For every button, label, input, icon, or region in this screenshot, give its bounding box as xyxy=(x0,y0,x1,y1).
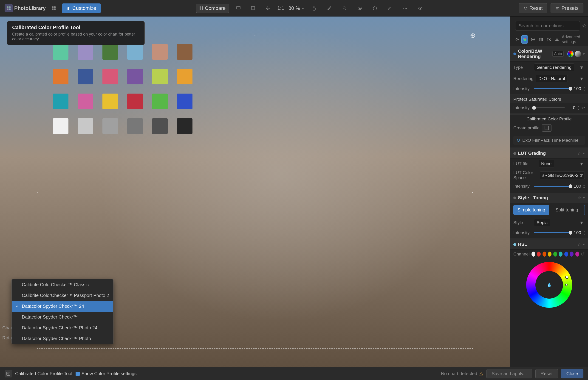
lut-section-header[interactable]: LUT Grading ☆ ▾ xyxy=(510,148,588,158)
meta-icon-btn[interactable] xyxy=(554,35,560,44)
protect-slider[interactable] xyxy=(534,107,565,108)
protect-reset-btn[interactable]: ↩ xyxy=(581,105,585,110)
handle-mid-left[interactable]: · xyxy=(33,188,41,196)
svg-point-13 xyxy=(343,7,345,9)
channel-yellow[interactable] xyxy=(548,252,552,257)
intensity-thumb-1[interactable] xyxy=(569,87,572,91)
settings-checkbox[interactable] xyxy=(76,372,80,376)
svg-rect-1 xyxy=(9,6,11,8)
polygon-tool[interactable] xyxy=(369,5,380,12)
dropdown-item-3[interactable]: Datacolor Spyder Checkr™ xyxy=(12,312,113,323)
toning-intensity-thumb[interactable] xyxy=(569,231,572,235)
lut-intensity-thumb[interactable] xyxy=(569,184,572,188)
intensity-slider-1[interactable] xyxy=(534,88,570,89)
hsl-section-header[interactable]: HSL ☆ ▾ xyxy=(510,239,588,249)
detail-icon-btn[interactable] xyxy=(529,35,536,44)
photo-library-btn[interactable] xyxy=(47,4,61,12)
chart-type-dropdown[interactable]: Calibrite ColorChecker™ Classic Calibrit… xyxy=(11,279,113,344)
bottom-close-btn[interactable]: Close xyxy=(561,369,583,378)
protect-stepper[interactable]: ▴▾ xyxy=(578,105,579,111)
svg-rect-7 xyxy=(54,8,56,10)
lut-intensity-slider[interactable] xyxy=(534,186,570,187)
rendering-select[interactable]: DxO - Natural xyxy=(536,75,568,82)
dropdown-item-5[interactable]: Datacolor Spyder Checkr™ Photo xyxy=(12,333,113,344)
type-select[interactable]: Generic rendering xyxy=(534,63,574,71)
toning-intensity-slider[interactable] xyxy=(534,232,570,233)
crop-tool[interactable] xyxy=(233,5,244,12)
advanced-settings-link[interactable]: Advanced settings xyxy=(562,35,585,44)
channel-blue[interactable] xyxy=(564,252,568,257)
compare-btn[interactable]: Compare xyxy=(196,4,229,13)
show-settings-toggle[interactable]: Show Color Profile settings xyxy=(76,371,137,376)
paint-tool[interactable] xyxy=(384,5,396,12)
swatch-4-2 xyxy=(78,118,93,134)
handle-bottom-mid[interactable]: · xyxy=(251,344,259,352)
light-icon-btn[interactable] xyxy=(513,35,520,44)
dropdown-item-2[interactable]: ✓ Datacolor Spyder Checkr™ 24 xyxy=(12,301,113,312)
channel-orange[interactable] xyxy=(543,252,546,257)
clone-tool[interactable] xyxy=(339,5,350,12)
toning-style-select[interactable]: Sepia xyxy=(534,219,550,226)
handle-top-mid[interactable]: · xyxy=(251,31,259,39)
toning-intensity-value: 100 xyxy=(573,230,581,235)
save-and-apply-btn[interactable]: Save and apply... xyxy=(486,369,532,378)
handle-bottom-right[interactable]: · xyxy=(469,344,477,352)
filmpack-row[interactable]: ↺ DxO FilmPack Time Machine xyxy=(513,136,585,145)
swatch-2-1 xyxy=(53,69,68,84)
dropdown-item-1[interactable]: Calibrite ColorChecker™ Passport Photo 2 xyxy=(12,290,113,301)
channel-red[interactable] xyxy=(537,252,541,257)
swatch-2-3 xyxy=(103,69,118,84)
presets-btn[interactable]: Presets xyxy=(550,3,583,13)
simple-toning-btn[interactable]: Simple toning xyxy=(514,205,549,215)
topbar-right: Reset Presets xyxy=(519,3,583,13)
more-tool[interactable] xyxy=(400,5,411,12)
protect-thumb[interactable] xyxy=(532,106,536,110)
frame-tool[interactable] xyxy=(248,5,258,12)
hsl-reset-btn[interactable]: ↺ xyxy=(581,251,585,257)
handle-top-right[interactable]: ⊕ xyxy=(469,31,477,39)
color-icon-btn[interactable] xyxy=(521,35,528,44)
type-label: Type xyxy=(513,65,532,70)
style-toning-header[interactable]: Style - Toning ☆ ▾ xyxy=(510,193,588,203)
toning-intensity-row: Intensity 100 ▴▾ xyxy=(510,228,588,237)
edit-tool[interactable] xyxy=(324,5,335,12)
channel-white[interactable] xyxy=(531,252,535,257)
favorites-btn[interactable]: ☆ xyxy=(582,22,587,30)
color-bw-toggle[interactable] xyxy=(567,51,581,57)
handle-bottom-left[interactable]: · xyxy=(33,344,41,352)
color-bw-section-header[interactable]: Color/B&W Rendering Auto ▾ xyxy=(510,46,588,62)
lut-intensity-stepper[interactable]: ▴▾ xyxy=(583,183,585,190)
type-row: Type Generic rendering xyxy=(510,62,588,73)
search-input[interactable] xyxy=(515,21,580,31)
canvas-area[interactable]: Calibrated Color Profile Tool Create a c… xyxy=(0,17,510,367)
channel-green[interactable] xyxy=(553,252,557,257)
create-profile-btn[interactable] xyxy=(542,124,551,132)
bottom-reset-btn[interactable]: Reset xyxy=(535,369,558,378)
split-toning-btn[interactable]: Split toning xyxy=(549,205,585,215)
wheel-cursor[interactable] xyxy=(565,276,568,279)
channel-magenta[interactable] xyxy=(575,252,579,257)
geometry-icon-btn[interactable] xyxy=(538,35,544,44)
lut-file-select[interactable]: None xyxy=(539,160,554,167)
lut-color-space-select[interactable]: sRGB IEC61966-2.1 xyxy=(540,171,585,179)
reset-btn[interactable]: Reset xyxy=(519,3,547,13)
channel-cyan[interactable] xyxy=(559,252,563,257)
hand-tool[interactable] xyxy=(309,5,320,12)
toning-style-row: Style Sepia xyxy=(510,217,588,228)
mask-tool[interactable] xyxy=(354,5,365,12)
color-wheel-wrapper[interactable]: 💧 xyxy=(526,262,572,308)
style-toning-star: ☆ xyxy=(577,195,581,200)
fx-icon-btn[interactable]: fx xyxy=(546,35,552,44)
channel-indigo[interactable] xyxy=(570,252,573,257)
eye-tool[interactable] xyxy=(415,5,426,12)
dropdown-item-0[interactable]: Calibrite ColorChecker™ Classic xyxy=(12,279,113,290)
intensity-stepper-1[interactable]: ▴▾ xyxy=(583,86,585,92)
move-tool[interactable] xyxy=(263,5,273,12)
hsl-title: HSL xyxy=(518,242,576,247)
toning-intensity-stepper[interactable]: ▴▾ xyxy=(583,229,585,236)
customize-btn[interactable]: Customize xyxy=(62,3,101,13)
handle-mid-right[interactable]: · xyxy=(469,188,477,196)
zoom-display: 80 % xyxy=(289,5,305,11)
svg-rect-24 xyxy=(556,9,559,9)
dropdown-item-4[interactable]: Datacolor Spyder Checkr™ Photo 24 xyxy=(12,323,113,333)
